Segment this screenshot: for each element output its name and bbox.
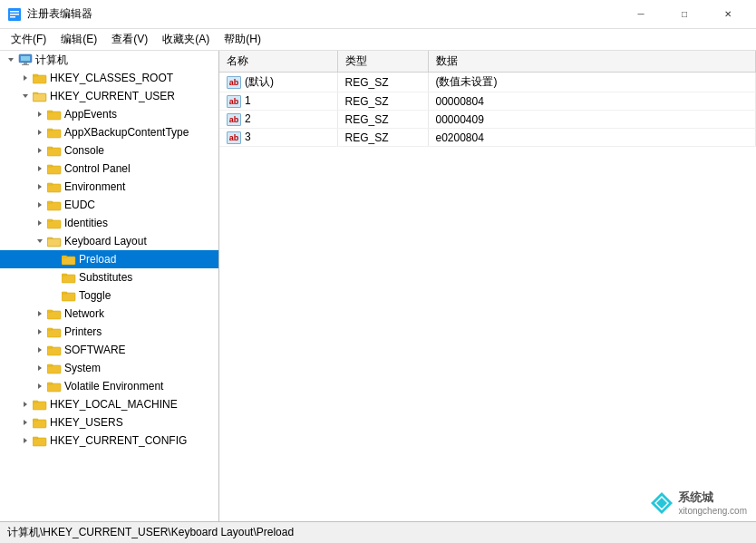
folder-icon [47,234,62,248]
expander-icon[interactable] [47,270,62,285]
svg-rect-64 [33,401,38,402]
svg-rect-43 [62,275,75,283]
expander-icon[interactable] [18,89,33,103]
expander-icon[interactable] [18,397,33,412]
tree-panel[interactable]: 计算机 HKEY_CLASSES_ROOT HKEY_CURRENT_USER … [0,51,219,521]
svg-rect-52 [47,328,53,330]
expander-icon[interactable] [33,234,47,248]
minimize-button[interactable]: ─ [620,0,662,29]
maximize-button[interactable]: □ [664,0,705,29]
menu-item-edit[interactable]: 编辑(E) [53,30,104,50]
svg-marker-47 [38,311,42,316]
svg-rect-2 [10,14,19,15]
right-panel: 名称 类型 数据 ab(默认)REG_SZ(数值未设置)ab1REG_SZ000… [219,51,756,521]
table-row[interactable]: ab3REG_SZe0200804 [219,129,756,147]
col-header-name: 名称 [219,51,337,73]
expander-icon[interactable] [47,252,62,267]
menu-bar: 文件(F)编辑(E)查看(V)收藏夹(A)帮助(H) [0,29,756,51]
tree-item-preload[interactable]: Preload [0,250,218,268]
tree-item-volatileenv[interactable]: Volatile Environment [0,377,218,395]
svg-marker-62 [24,402,27,407]
tree-item-appxbackup[interactable]: AppXBackupContentType [0,123,218,141]
expander-icon[interactable] [33,379,47,393]
expander-icon[interactable] [33,179,47,194]
tree-item-substitutes[interactable]: Substitutes [0,268,218,286]
expander-icon[interactable] [33,306,47,321]
cell-data: 00000804 [428,92,756,111]
svg-rect-1 [10,11,19,13]
tree-item-identities[interactable]: Identities [0,214,218,232]
svg-rect-39 [47,238,53,239]
expander-icon[interactable] [33,107,47,121]
tree-item-appevents[interactable]: AppEvents [0,105,218,123]
folder-icon [33,397,47,412]
menu-item-view[interactable]: 查看(V) [104,30,155,50]
close-button[interactable]: ✕ [707,0,749,29]
tree-item-toggle[interactable]: Toggle [0,286,218,305]
expander-icon[interactable] [18,71,33,85]
folder-icon [47,325,62,339]
expander-icon[interactable] [33,143,47,158]
svg-rect-10 [33,75,46,83]
svg-marker-59 [38,383,42,389]
expander-icon[interactable] [33,198,47,212]
expander-icon[interactable] [33,325,47,339]
svg-marker-50 [38,329,42,335]
value-type-icon: ab [227,95,241,108]
folder-icon [33,71,47,85]
svg-marker-28 [38,184,42,189]
svg-rect-15 [34,94,45,101]
folder-icon [33,433,47,448]
tree-item-hkcc[interactable]: HKEY_CURRENT_CONFIG [0,431,218,450]
tree-item-hkcr[interactable]: HKEY_CLASSES_ROOT [0,69,218,87]
expander-icon[interactable] [33,216,47,230]
expander-icon[interactable] [33,125,47,140]
svg-marker-65 [24,420,27,425]
expander-icon[interactable] [33,361,47,375]
svg-marker-56 [38,365,42,371]
svg-marker-68 [24,438,27,443]
svg-rect-48 [47,311,61,319]
expander-icon[interactable] [33,343,47,357]
tree-item-keyboardlayout[interactable]: Keyboard Layout [0,232,218,250]
tree-item-controlpanel[interactable]: Control Panel [0,160,218,178]
expander-icon[interactable] [4,53,18,67]
tree-item-console[interactable]: Console [0,141,218,160]
tree-item-eudc[interactable]: EUDC [0,196,218,214]
tree-item-printers[interactable]: Printers [0,323,218,341]
menu-item-favorites[interactable]: 收藏夹(A) [155,30,217,50]
tree-item-hkcu[interactable]: HKEY_CURRENT_USER [0,87,218,105]
table-row[interactable]: ab1REG_SZ00000804 [219,92,756,111]
table-row[interactable]: ab2REG_SZ00000409 [219,111,756,129]
table-row[interactable]: ab(默认)REG_SZ(数值未设置) [219,73,756,92]
svg-marker-19 [38,130,42,135]
svg-marker-34 [38,220,42,226]
tree-item-hklm[interactable]: HKEY_LOCAL_MACHINE [0,395,218,413]
cell-data: e0200804 [428,129,756,147]
svg-rect-49 [47,310,53,312]
folder-icon [47,361,62,375]
tree-item-network[interactable]: Network [0,305,218,323]
tree-item-environment[interactable]: Environment [0,178,218,196]
folder-icon [47,125,62,140]
tree-label: Substitutes [79,271,132,284]
tree-item-system[interactable]: System [0,359,218,377]
svg-rect-27 [47,165,53,167]
menu-item-help[interactable]: 帮助(H) [217,30,268,50]
menu-item-file[interactable]: 文件(F) [4,30,53,50]
expander-icon[interactable] [18,415,33,430]
expander-icon[interactable] [47,288,62,303]
svg-rect-60 [47,383,61,392]
expander-icon[interactable] [33,161,47,176]
tree-item-hku[interactable]: HKEY_USERS [0,413,218,431]
cell-type: REG_SZ [337,92,428,111]
tree-label: HKEY_CURRENT_USER [50,90,175,102]
tree-label: Toggle [79,289,111,302]
tree-item-software[interactable]: SOFTWARE [0,341,218,359]
tree-item-computer[interactable]: 计算机 [0,51,218,69]
svg-rect-55 [47,346,53,348]
app-icon [7,7,22,22]
svg-marker-37 [37,239,43,243]
tree-label: AppEvents [64,108,117,121]
expander-icon[interactable] [18,433,33,448]
